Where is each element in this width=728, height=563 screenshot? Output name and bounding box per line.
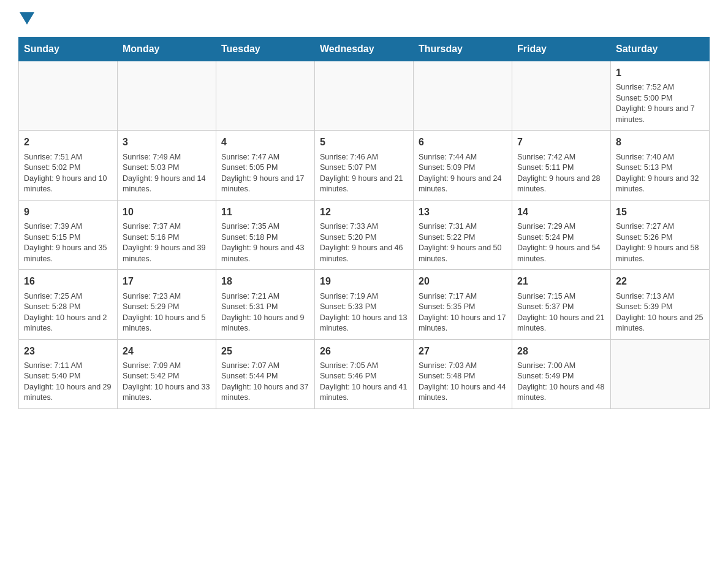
calendar-header-thursday: Thursday [414,37,512,61]
day-info: Sunrise: 7:33 AMSunset: 5:20 PMDaylight:… [320,221,408,264]
day-number: 21 [517,275,605,288]
day-number: 17 [123,275,211,288]
day-info: Sunrise: 7:46 AMSunset: 5:07 PMDaylight:… [320,152,408,195]
day-info: Sunrise: 7:09 AMSunset: 5:42 PMDaylight:… [123,361,211,404]
day-number: 28 [517,345,605,358]
calendar-cell: 9Sunrise: 7:39 AMSunset: 5:15 PMDaylight… [19,200,118,269]
calendar-cell: 26Sunrise: 7:05 AMSunset: 5:46 PMDayligh… [315,339,414,408]
day-info: Sunrise: 7:21 AMSunset: 5:31 PMDaylight:… [221,291,309,334]
day-info: Sunrise: 7:05 AMSunset: 5:46 PMDaylight:… [320,361,408,404]
calendar-cell: 25Sunrise: 7:07 AMSunset: 5:44 PMDayligh… [216,339,315,408]
calendar-cell: 19Sunrise: 7:19 AMSunset: 5:33 PMDayligh… [315,270,414,339]
calendar-header-row: SundayMondayTuesdayWednesdayThursdayFrid… [19,37,710,61]
day-number: 18 [221,275,309,288]
logo [18,12,36,25]
day-number: 27 [419,345,507,358]
calendar-cell [315,61,414,131]
calendar-cell: 13Sunrise: 7:31 AMSunset: 5:22 PMDayligh… [414,200,512,269]
day-number: 16 [24,275,112,288]
calendar-cell [611,339,710,408]
day-number: 14 [517,205,605,219]
calendar-cell [414,61,512,131]
day-number: 8 [616,136,704,149]
calendar-cell: 15Sunrise: 7:27 AMSunset: 5:26 PMDayligh… [611,200,710,269]
calendar-cell: 22Sunrise: 7:13 AMSunset: 5:39 PMDayligh… [611,270,710,339]
day-number: 19 [320,275,408,288]
page-header [18,12,710,25]
day-info: Sunrise: 7:27 AMSunset: 5:26 PMDaylight:… [616,221,704,264]
day-info: Sunrise: 7:13 AMSunset: 5:39 PMDaylight:… [616,291,704,334]
calendar-cell [512,61,611,131]
day-number: 9 [24,205,112,219]
calendar-cell: 2Sunrise: 7:51 AMSunset: 5:02 PMDaylight… [19,131,118,200]
day-number: 15 [616,205,704,219]
day-info: Sunrise: 7:31 AMSunset: 5:22 PMDaylight:… [419,221,507,264]
day-info: Sunrise: 7:07 AMSunset: 5:44 PMDaylight:… [221,361,309,404]
day-info: Sunrise: 7:52 AMSunset: 5:00 PMDaylight:… [616,82,704,125]
day-info: Sunrise: 7:15 AMSunset: 5:37 PMDaylight:… [517,291,605,334]
day-info: Sunrise: 7:44 AMSunset: 5:09 PMDaylight:… [419,152,507,195]
calendar-cell [19,61,118,131]
calendar-header-friday: Friday [512,37,611,61]
day-number: 24 [123,345,211,358]
day-number: 20 [419,275,507,288]
calendar-cell: 12Sunrise: 7:33 AMSunset: 5:20 PMDayligh… [315,200,414,269]
day-number: 11 [221,205,309,219]
calendar-header-sunday: Sunday [19,37,118,61]
day-number: 4 [221,136,309,149]
calendar-cell: 27Sunrise: 7:03 AMSunset: 5:48 PMDayligh… [414,339,512,408]
day-number: 22 [616,275,704,288]
day-info: Sunrise: 7:39 AMSunset: 5:15 PMDaylight:… [24,221,112,264]
calendar-cell: 7Sunrise: 7:42 AMSunset: 5:11 PMDaylight… [512,131,611,200]
calendar-week-row-4: 16Sunrise: 7:25 AMSunset: 5:28 PMDayligh… [19,270,710,339]
calendar-header-wednesday: Wednesday [315,37,414,61]
day-number: 10 [123,205,211,219]
day-number: 13 [419,205,507,219]
day-number: 12 [320,205,408,219]
calendar-cell: 3Sunrise: 7:49 AMSunset: 5:03 PMDaylight… [118,131,216,200]
calendar-week-row-5: 23Sunrise: 7:11 AMSunset: 5:40 PMDayligh… [19,339,710,408]
calendar-header-monday: Monday [118,37,216,61]
calendar-cell: 4Sunrise: 7:47 AMSunset: 5:05 PMDaylight… [216,131,315,200]
day-info: Sunrise: 7:11 AMSunset: 5:40 PMDaylight:… [24,361,112,404]
calendar-cell: 11Sunrise: 7:35 AMSunset: 5:18 PMDayligh… [216,200,315,269]
calendar: SundayMondayTuesdayWednesdayThursdayFrid… [18,37,710,409]
calendar-cell: 17Sunrise: 7:23 AMSunset: 5:29 PMDayligh… [118,270,216,339]
day-number: 26 [320,345,408,358]
day-info: Sunrise: 7:49 AMSunset: 5:03 PMDaylight:… [123,152,211,195]
day-number: 23 [24,345,112,358]
day-info: Sunrise: 7:51 AMSunset: 5:02 PMDaylight:… [24,152,112,195]
day-number: 7 [517,136,605,149]
calendar-week-row-1: 1Sunrise: 7:52 AMSunset: 5:00 PMDaylight… [19,61,710,131]
day-info: Sunrise: 7:47 AMSunset: 5:05 PMDaylight:… [221,152,309,195]
calendar-cell [118,61,216,131]
calendar-cell: 23Sunrise: 7:11 AMSunset: 5:40 PMDayligh… [19,339,118,408]
day-number: 5 [320,136,408,149]
day-info: Sunrise: 7:42 AMSunset: 5:11 PMDaylight:… [517,152,605,195]
calendar-week-row-2: 2Sunrise: 7:51 AMSunset: 5:02 PMDaylight… [19,131,710,200]
day-info: Sunrise: 7:23 AMSunset: 5:29 PMDaylight:… [123,291,211,334]
day-number: 25 [221,345,309,358]
calendar-cell: 18Sunrise: 7:21 AMSunset: 5:31 PMDayligh… [216,270,315,339]
day-info: Sunrise: 7:00 AMSunset: 5:49 PMDaylight:… [517,361,605,404]
calendar-header-tuesday: Tuesday [216,37,315,61]
calendar-cell: 24Sunrise: 7:09 AMSunset: 5:42 PMDayligh… [118,339,216,408]
day-info: Sunrise: 7:29 AMSunset: 5:24 PMDaylight:… [517,221,605,264]
calendar-cell: 6Sunrise: 7:44 AMSunset: 5:09 PMDaylight… [414,131,512,200]
day-info: Sunrise: 7:03 AMSunset: 5:48 PMDaylight:… [419,361,507,404]
calendar-cell: 20Sunrise: 7:17 AMSunset: 5:35 PMDayligh… [414,270,512,339]
day-number: 2 [24,136,112,149]
day-info: Sunrise: 7:17 AMSunset: 5:35 PMDaylight:… [419,291,507,334]
calendar-cell: 10Sunrise: 7:37 AMSunset: 5:16 PMDayligh… [118,200,216,269]
calendar-week-row-3: 9Sunrise: 7:39 AMSunset: 5:15 PMDaylight… [19,200,710,269]
day-number: 3 [123,136,211,149]
calendar-cell: 1Sunrise: 7:52 AMSunset: 5:00 PMDaylight… [611,61,710,131]
calendar-header-saturday: Saturday [611,37,710,61]
calendar-cell: 14Sunrise: 7:29 AMSunset: 5:24 PMDayligh… [512,200,611,269]
day-number: 1 [616,66,704,80]
calendar-cell: 21Sunrise: 7:15 AMSunset: 5:37 PMDayligh… [512,270,611,339]
day-info: Sunrise: 7:25 AMSunset: 5:28 PMDaylight:… [24,291,112,334]
logo-triangle-icon [20,12,34,25]
calendar-cell: 28Sunrise: 7:00 AMSunset: 5:49 PMDayligh… [512,339,611,408]
day-info: Sunrise: 7:37 AMSunset: 5:16 PMDaylight:… [123,221,211,264]
